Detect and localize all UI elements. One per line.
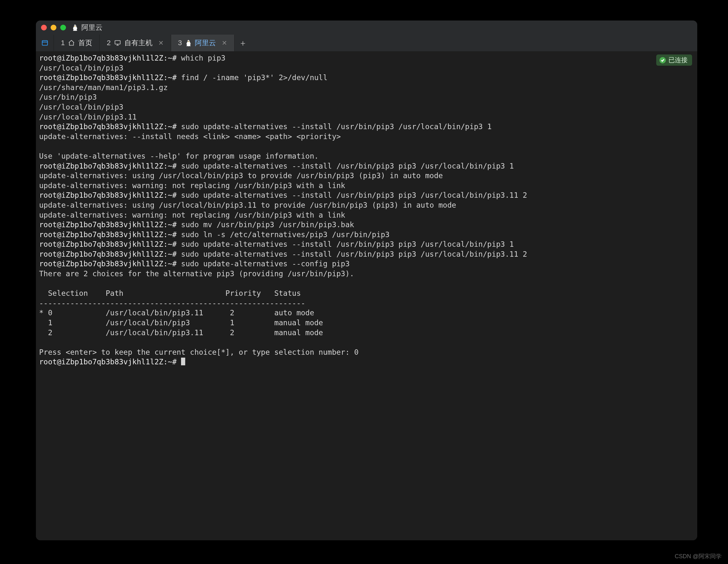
- terminal-body[interactable]: 已连接 root@iZbp1bo7qb3b83vjkhl1l2Z:~# whic…: [36, 51, 697, 540]
- watermark: CSDN @阿宋同学: [675, 552, 722, 560]
- svg-rect-4: [115, 41, 120, 44]
- connection-status-text: 已连接: [668, 56, 688, 64]
- minimize-window-button[interactable]: [51, 25, 56, 30]
- tab-index: 2: [107, 39, 111, 47]
- svg-point-8: [188, 41, 189, 41]
- terminal-output[interactable]: root@iZbp1bo7qb3b83vjkhl1l2Z:~# which pi…: [36, 51, 697, 367]
- close-window-button[interactable]: [41, 25, 47, 30]
- window-titlebar: 阿里云: [36, 21, 697, 35]
- tab-label: 阿里云: [195, 38, 216, 48]
- terminal-window: 阿里云 1 首页 2 自有主机 ✕ 3 阿里云 ✕: [36, 21, 697, 540]
- tab-strip: 1 首页 2 自有主机 ✕ 3 阿里云 ✕ ＋: [36, 35, 697, 51]
- tab-index: 1: [61, 39, 65, 47]
- close-tab-icon[interactable]: ✕: [222, 39, 227, 47]
- panel-toggle-button[interactable]: [36, 35, 54, 51]
- traffic-lights: [41, 25, 66, 30]
- tab-home[interactable]: 1 首页: [54, 35, 100, 51]
- linux-icon: [72, 24, 78, 31]
- linux-icon: [185, 39, 192, 46]
- svg-point-7: [188, 41, 188, 41]
- svg-point-1: [75, 25, 76, 26]
- new-tab-button[interactable]: ＋: [235, 35, 251, 51]
- window-title-text: 阿里云: [81, 23, 103, 32]
- svg-point-0: [74, 25, 75, 26]
- svg-rect-2: [42, 41, 47, 46]
- monitor-icon: [114, 39, 121, 46]
- tab-label: 首页: [78, 38, 92, 48]
- tab-aliyun[interactable]: 3 阿里云 ✕: [171, 35, 235, 51]
- tab-label: 自有主机: [124, 38, 153, 48]
- close-tab-icon[interactable]: ✕: [158, 39, 164, 47]
- tab-local-host[interactable]: 2 自有主机 ✕: [100, 35, 171, 51]
- connection-status-badge: 已连接: [656, 54, 692, 66]
- checkmark-icon: [659, 57, 666, 63]
- home-icon: [68, 39, 75, 46]
- tab-index: 3: [178, 39, 182, 47]
- maximize-window-button[interactable]: [60, 25, 66, 30]
- window-title: 阿里云: [72, 23, 103, 32]
